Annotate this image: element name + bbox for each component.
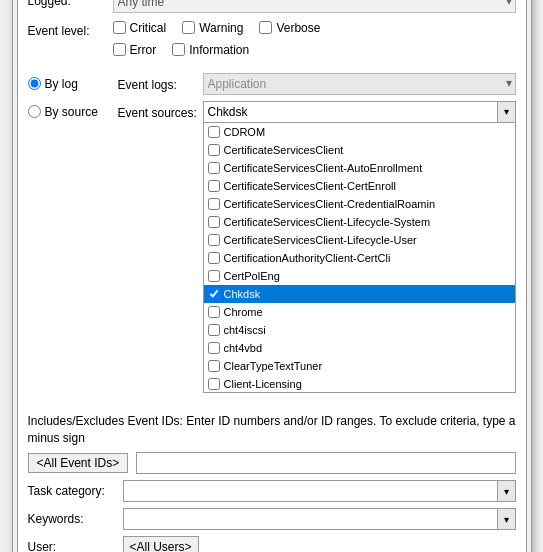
bysource-radio[interactable]	[28, 105, 41, 118]
logged-select[interactable]: Any time Last hour Last 12 hours Last 24…	[113, 0, 516, 13]
event-sources-label: Event sources:	[118, 103, 203, 120]
bysource-row: By source Event sources: ▾ CDROM Certifi…	[28, 101, 516, 123]
list-item[interactable]: CertificateServicesClient-CredentialRoam…	[204, 195, 515, 213]
list-item[interactable]: CertificateServicesClient-CertEnroll	[204, 177, 515, 195]
keywords-row: Keywords: ▾	[28, 508, 516, 530]
list-item[interactable]: ClearTypeTextTuner	[204, 357, 515, 375]
event-sources-input-row: ▾	[203, 101, 516, 123]
warning-label: Warning	[199, 21, 243, 35]
list-item[interactable]: CertificateServicesClient-AutoEnrollment	[204, 159, 515, 177]
logged-row: Logged: Any time Last hour Last 12 hours…	[28, 0, 516, 13]
bylog-radio-item[interactable]: By log	[28, 77, 118, 91]
error-checkbox[interactable]	[113, 43, 126, 56]
includes-text-row: Includes/Excludes Event IDs: Enter ID nu…	[28, 413, 516, 447]
event-logs-select[interactable]: Application	[203, 73, 516, 95]
warning-checkbox-item[interactable]: Warning	[182, 21, 243, 35]
event-level-row: Event level: Critical Warning Verbose	[28, 21, 516, 65]
event-level-checkboxes: Critical Warning Verbose Error	[113, 21, 516, 65]
information-checkbox[interactable]	[172, 43, 185, 56]
logged-field: Any time Last hour Last 12 hours Last 24…	[113, 0, 516, 13]
logged-label: Logged:	[28, 0, 113, 8]
event-sources-dropdown: ▾ CDROM CertificateServicesClient Certif…	[203, 101, 516, 123]
event-sources-list[interactable]: CDROM CertificateServicesClient Certific…	[203, 123, 516, 393]
critical-checkbox[interactable]	[113, 21, 126, 34]
event-level-row1: Critical Warning Verbose	[113, 21, 516, 39]
event-sources-arrow[interactable]: ▾	[497, 102, 515, 122]
keywords-input[interactable]	[123, 508, 498, 530]
event-ids-input[interactable]	[136, 452, 515, 474]
event-ids-row: <All Event IDs>	[28, 452, 516, 474]
filter-dialog: Filter Current Log ✕ Filter XML Logged: …	[12, 0, 532, 552]
list-item[interactable]: Client-Licensing	[204, 375, 515, 393]
bylog-radio[interactable]	[28, 77, 41, 90]
list-item-selected[interactable]: Chkdsk	[204, 285, 515, 303]
list-item[interactable]: CertificationAuthorityClient-CertCli	[204, 249, 515, 267]
list-item[interactable]: CertificateServicesClient-Lifecycle-User	[204, 231, 515, 249]
error-label: Error	[130, 43, 157, 57]
bysource-radio-item[interactable]: By source	[28, 105, 118, 119]
list-item[interactable]: CertPolEng	[204, 267, 515, 285]
list-item[interactable]: CDROM	[204, 123, 515, 141]
task-category-arrow[interactable]: ▾	[498, 480, 516, 502]
list-item[interactable]: cht4iscsi	[204, 321, 515, 339]
logged-select-wrapper: Any time Last hour Last 12 hours Last 24…	[113, 0, 516, 13]
bylog-row: By log Event logs: Application	[28, 73, 516, 95]
list-item[interactable]: CertificateServicesClient	[204, 141, 515, 159]
warning-checkbox[interactable]	[182, 21, 195, 34]
list-item[interactable]: cht4vbd	[204, 339, 515, 357]
event-level-row2: Error Information	[113, 43, 516, 61]
event-sources-input[interactable]	[204, 104, 497, 120]
user-label: User:	[28, 540, 123, 552]
task-category-label: Task category:	[28, 484, 123, 498]
includes-text: Includes/Excludes Event IDs: Enter ID nu…	[28, 414, 516, 445]
all-event-ids-button[interactable]: <All Event IDs>	[28, 453, 129, 473]
task-category-row: Task category: ▾	[28, 480, 516, 502]
critical-label: Critical	[130, 21, 167, 35]
bylog-label: By log	[45, 77, 78, 91]
bysource-label: By source	[45, 105, 98, 119]
keywords-label: Keywords:	[28, 512, 123, 526]
all-users-button[interactable]: <All Users>	[123, 536, 199, 552]
task-category-input[interactable]	[123, 480, 498, 502]
event-logs-label: Event logs:	[118, 75, 203, 92]
critical-checkbox-item[interactable]: Critical	[113, 21, 167, 35]
verbose-checkbox[interactable]	[259, 21, 272, 34]
event-level-label: Event level:	[28, 21, 113, 38]
list-item[interactable]: Chrome	[204, 303, 515, 321]
user-row: User: <All Users>	[28, 536, 516, 552]
information-label: Information	[189, 43, 249, 57]
verbose-checkbox-item[interactable]: Verbose	[259, 21, 320, 35]
list-item[interactable]: CertificateServicesClient-Lifecycle-Syst…	[204, 213, 515, 231]
verbose-label: Verbose	[276, 21, 320, 35]
keywords-arrow[interactable]: ▾	[498, 508, 516, 530]
information-checkbox-item[interactable]: Information	[172, 43, 249, 57]
error-checkbox-item[interactable]: Error	[113, 43, 157, 57]
event-logs-select-wrapper: Application	[203, 73, 516, 95]
filter-content: Logged: Any time Last hour Last 12 hours…	[17, 0, 527, 552]
